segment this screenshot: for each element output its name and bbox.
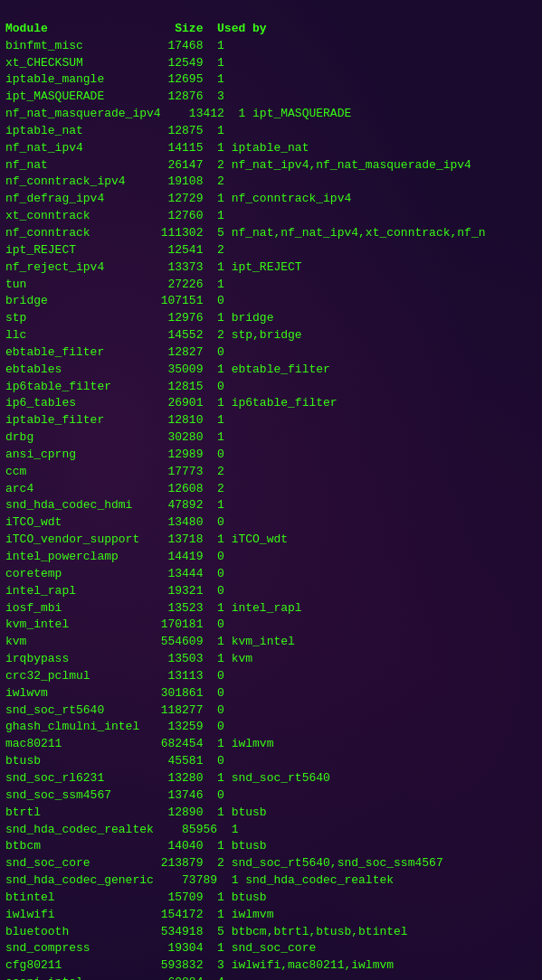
terminal-output: Module Size Used by	[5, 4, 537, 38]
table-row: llc 14552 2 stp,bridge	[5, 327, 537, 344]
table-row: ipt_REJECT 12541 2	[5, 242, 537, 259]
table-row: arc4 12608 2	[5, 481, 537, 498]
table-row: btintel 15709 1 btusb	[5, 890, 537, 907]
table-row: bridge 107151 0	[5, 293, 537, 310]
table-row: xt_conntrack 12760 1	[5, 208, 537, 225]
table-row: xt_CHECKSUM 12549 1	[5, 55, 537, 72]
table-row: nf_nat_masquerade_ipv4 13412 1 ipt_MASQU…	[5, 106, 537, 123]
table-row: bluetooth 534918 5 btbcm,btrtl,btusb,bti…	[5, 924, 537, 941]
table-row: kvm_intel 170181 0	[5, 617, 537, 634]
table-row: iTCO_vendor_support 13718 1 iTCO_wdt	[5, 532, 537, 549]
table-row: snd_soc_rl6231 13280 1 snd_soc_rt5640	[5, 770, 537, 787]
table-row: mac80211 682454 1 iwlmvm	[5, 736, 537, 753]
table-row: intel_rapl 19321 0	[5, 583, 537, 600]
table-row: crc32_pclmul 13113 0	[5, 668, 537, 685]
table-row: ghash_clmulni_intel 13259 0	[5, 719, 537, 736]
table-row: iosf_mbi 13523 1 intel_rapl	[5, 600, 537, 617]
table-row: btbcm 14040 1 btusb	[5, 838, 537, 855]
table-row: cfg80211 593832 3 iwlwifi,mac80211,iwlmv…	[5, 957, 537, 975]
table-row: nf_conntrack_ipv4 19108 2	[5, 174, 537, 191]
table-row: tun 27226 1	[5, 277, 537, 294]
table-header: Module Size Used by	[5, 22, 267, 35]
table-row: iwlwifi 154172 1 iwlmvm	[5, 907, 537, 924]
table-row: btrtl 12890 1 btusb	[5, 805, 537, 822]
table-row: nf_conntrack 111302 5 nf_nat,nf_nat_ipv4…	[5, 225, 537, 242]
table-row: ip6table_filter 12815 0	[5, 379, 537, 396]
table-row: snd_soc_core 213879 2 snd_soc_rt5640,snd…	[5, 855, 537, 872]
table-row: ccm 17773 2	[5, 464, 537, 481]
table-row: coretemp 13444 0	[5, 566, 537, 583]
table-row: ebtable_filter 12827 0	[5, 344, 537, 362]
table-row: snd_hda_codec_realtek 85956 1	[5, 822, 537, 839]
table-row: btusb 45581 0	[5, 753, 537, 770]
table-row: iptable_nat 12875 1	[5, 123, 537, 140]
table-row: binfmt_misc 17468 1	[5, 38, 537, 55]
table-row: ipt_MASQUERADE 12876 3	[5, 89, 537, 106]
table-row: snd_soc_rt5640 118277 0	[5, 702, 537, 720]
table-row: nf_nat_ipv4 14115 1 iptable_nat	[5, 140, 537, 157]
table-row: ansi_cprng 12989 0	[5, 447, 537, 464]
table-row: ip6_tables 26901 1 ip6table_filter	[5, 395, 537, 412]
table-row: kvm 554609 1 kvm_intel	[5, 634, 537, 651]
table-row: iptable_mangle 12695 1	[5, 71, 537, 89]
table-row: nf_reject_ipv4 13373 1 ipt_REJECT	[5, 259, 537, 277]
table-row: iptable_filter 12810 1	[5, 412, 537, 429]
table-row: snd_hda_codec_hdmi 47892 1	[5, 497, 537, 514]
table-row: stp 12976 1 bridge	[5, 310, 537, 327]
table-row: drbg 30280 1	[5, 429, 537, 447]
table-row: intel_powerclamp 14419 0	[5, 549, 537, 566]
table-row: nf_nat 26147 2 nf_nat_ipv4,nf_nat_masque…	[5, 157, 537, 174]
table-row: iTCO_wdt 13480 0	[5, 514, 537, 532]
table-row: snd_hda_codec_generic 73789 1 snd_hda_co…	[5, 872, 537, 890]
table-row: snd_compress 19304 1 snd_soc_core	[5, 940, 537, 957]
table-row: ebtables 35009 1 ebtable_filter	[5, 362, 537, 379]
table-row: iwlwvm 301861 0	[5, 685, 537, 702]
table-row: aesni_intel 69884 4	[5, 975, 537, 980]
table-row: snd_soc_ssm4567 13746 0	[5, 787, 537, 805]
table-row: nf_defrag_ipv4 12729 1 nf_conntrack_ipv4	[5, 191, 537, 208]
table-row: irqbypass 13503 1 kvm	[5, 651, 537, 668]
module-list: binfmt_misc 17468 1xt_CHECKSUM 12549 1ip…	[5, 38, 537, 980]
